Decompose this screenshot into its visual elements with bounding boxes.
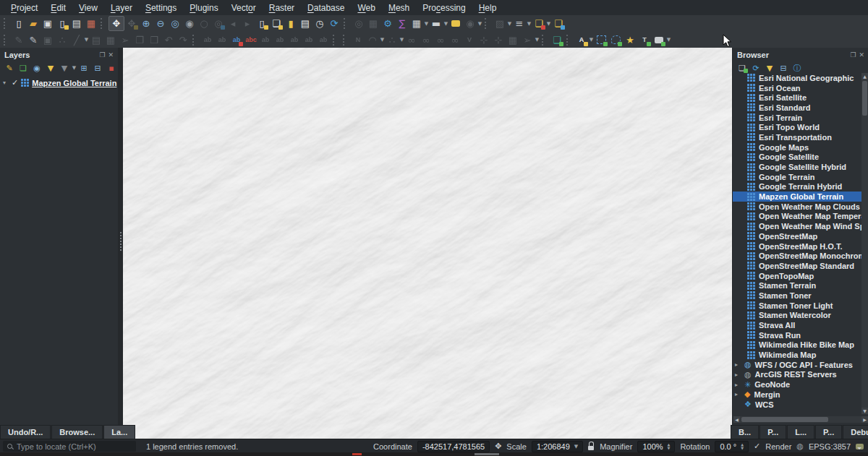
layer-expander-icon[interactable]: ▾ — [3, 79, 9, 86]
browser-item[interactable]: Google Satellite — [733, 152, 868, 163]
bookmark-manager-icon[interactable]: ▤ — [298, 17, 312, 30]
scrollbar-thumb[interactable] — [741, 417, 828, 422]
scale-combobox[interactable]: 1:206849 ▼ — [532, 441, 583, 452]
browser-item[interactable]: Strava All — [733, 320, 868, 330]
crs-value[interactable]: EPSG:3857 — [809, 442, 851, 451]
show-properties-widget-icon[interactable]: ⓘ — [791, 62, 804, 74]
toolbar-handle[interactable] — [101, 18, 106, 29]
expander-icon[interactable]: ▸ — [735, 361, 741, 368]
form-annotation-icon[interactable]: ❏ — [551, 17, 566, 30]
browser-item[interactable]: Stamen Toner Light — [733, 301, 868, 311]
menu-edit[interactable]: Edit — [44, 1, 72, 14]
layer-name[interactable]: Mapzen Global Terrain — [32, 79, 116, 87]
browser-item[interactable]: ▸✳GeoNode — [733, 379, 868, 390]
browser-item[interactable]: Google Terrain — [733, 172, 868, 182]
select-by-polygon-icon[interactable] — [594, 33, 608, 47]
crs-globe-icon[interactable]: ◍ — [796, 442, 804, 451]
layer-menu-icon[interactable]: ≡ — [512, 17, 527, 30]
spinner-arrows-icon[interactable]: ▲▼ — [741, 443, 744, 450]
dock-tab[interactable]: L... — [787, 425, 814, 439]
add-selected-layers-icon[interactable]: ❏ — [736, 62, 749, 74]
spinner-arrows-icon[interactable]: ▲▼ — [668, 443, 671, 450]
open-project-icon[interactable]: ▰ — [26, 17, 41, 30]
show-spatial-bookmarks-icon[interactable]: ▮ — [284, 17, 298, 30]
toolbar-handle[interactable] — [343, 35, 348, 46]
add-group-icon[interactable]: ❏ — [17, 62, 30, 74]
refresh-map-icon[interactable]: ⟳ — [327, 17, 341, 30]
text-annotation-icon[interactable]: T — [637, 33, 652, 47]
dropdown-arrow-icon[interactable]: ▼ — [443, 21, 448, 27]
browser-item[interactable]: Esri Topo World — [733, 122, 868, 132]
save-project-icon[interactable]: ▣ — [41, 17, 55, 30]
close-panel-icon[interactable]: ✕ — [857, 51, 866, 59]
chevron-down-icon[interactable]: ▼ — [574, 444, 578, 449]
measure-icon[interactable]: ▬ — [429, 17, 443, 30]
menu-processing[interactable]: Processing — [416, 1, 472, 14]
browser-item[interactable]: Google Satellite Hybrid — [733, 162, 868, 172]
toolbar-handle[interactable] — [485, 18, 490, 29]
browser-item[interactable]: OpenStreetMap Monochrome — [733, 251, 868, 261]
dropdown-arrow-icon[interactable]: ▼ — [424, 21, 429, 27]
remove-layer-icon[interactable]: ▪ — [105, 62, 118, 74]
zoom-to-native-resolution-icon[interactable]: ◉ — [182, 17, 197, 30]
menu-database[interactable]: Database — [301, 1, 351, 14]
toolbar-handle[interactable] — [344, 18, 349, 29]
browser-item[interactable]: Esri Satellite — [733, 93, 868, 103]
browser-item[interactable]: Google Maps — [733, 142, 868, 152]
expander-icon[interactable]: ▸ — [735, 382, 741, 388]
browser-item[interactable]: Stamen Toner — [733, 291, 868, 301]
menu-help[interactable]: Help — [472, 1, 503, 14]
browser-item[interactable]: Stamen Terrain — [733, 280, 868, 291]
dropdown-arrow-icon[interactable]: ▼ — [380, 37, 385, 43]
dropdown-arrow-icon[interactable]: ▼ — [589, 37, 594, 43]
filter-legend-by-expression-icon[interactable]: ▼ — [58, 62, 71, 74]
dropdown-arrow-icon[interactable]: ▼ — [399, 37, 404, 43]
browser-vertical-scrollbar[interactable]: ▲ ▼ — [861, 73, 868, 414]
manage-map-themes-icon[interactable]: ◉ — [30, 62, 43, 74]
magnifier-spinbox[interactable]: 100% ▲▼ — [637, 441, 675, 452]
menu-web[interactable]: Web — [351, 1, 381, 14]
zoom-full-extent-icon[interactable]: ◎ — [168, 17, 182, 30]
toggle-editing-icon[interactable]: ✎ — [26, 33, 41, 47]
open-layer-styling-icon[interactable]: ✎ — [3, 62, 16, 74]
browser-item[interactable]: ❖WCS — [733, 400, 868, 410]
favorites-icon[interactable]: ★ — [623, 33, 637, 47]
balloon-annotation-icon[interactable] — [652, 33, 666, 47]
collapse-all-icon[interactable]: ⊟ — [777, 62, 790, 74]
browser-item[interactable]: Esri Standard — [733, 103, 868, 113]
browser-item[interactable]: ▸◆Mergin — [733, 390, 868, 400]
annotations-toggle-icon[interactable]: ❏ — [532, 17, 546, 30]
map-tips-icon[interactable] — [448, 17, 463, 30]
locator-search-input[interactable]: Type to locate (Ctrl+K) — [3, 441, 136, 452]
menu-view[interactable]: View — [72, 1, 104, 14]
filter-legend-icon[interactable]: ▼ — [44, 62, 57, 74]
menu-mesh[interactable]: Mesh — [382, 1, 416, 14]
float-panel-icon[interactable]: ❐ — [848, 51, 857, 59]
dropdown-arrow-icon[interactable]: ▼ — [477, 21, 482, 27]
scroll-up-icon[interactable]: ▲ — [861, 73, 868, 79]
new-project-icon[interactable]: ▯ — [12, 17, 26, 30]
dock-tab[interactable]: Browse... — [51, 425, 103, 439]
scroll-down-icon[interactable]: ▼ — [861, 408, 868, 414]
browser-item[interactable]: Open Weather Map Temperature — [733, 212, 868, 222]
toolbar-handle[interactable] — [542, 35, 547, 46]
browser-item[interactable]: Open Weather Map Wind Speed — [733, 221, 868, 231]
collapse-all-icon[interactable]: ⊟ — [91, 62, 104, 74]
layer-diagram-icon[interactable]: abc — [244, 33, 258, 47]
browser-item[interactable]: Open Weather Map Clouds — [733, 202, 868, 212]
menu-raster[interactable]: Raster — [263, 1, 301, 14]
dropdown-arrow-icon[interactable]: ▼ — [666, 37, 671, 43]
style-manager-icon[interactable]: ▦ — [84, 17, 98, 30]
scroll-right-icon[interactable]: ▶ — [861, 416, 868, 423]
panel-splitter[interactable] — [118, 48, 123, 425]
browser-item[interactable]: OpenStreetMap Standard — [733, 261, 868, 271]
toggle-extents-mouse-position-icon[interactable]: ✥ — [495, 442, 501, 451]
dropdown-arrow-icon[interactable]: ▼ — [546, 21, 551, 27]
dropdown-arrow-icon[interactable]: ▼ — [507, 21, 512, 27]
dock-tab[interactable]: La... — [103, 425, 135, 439]
dropdown-arrow-icon[interactable]: ▼ — [72, 65, 77, 71]
open-attribute-table-icon[interactable]: ▦ — [409, 17, 424, 30]
pan-map-icon[interactable]: ✥ — [109, 16, 124, 31]
dock-tab[interactable]: P... — [815, 425, 842, 439]
toolbar-handle[interactable] — [566, 35, 571, 46]
